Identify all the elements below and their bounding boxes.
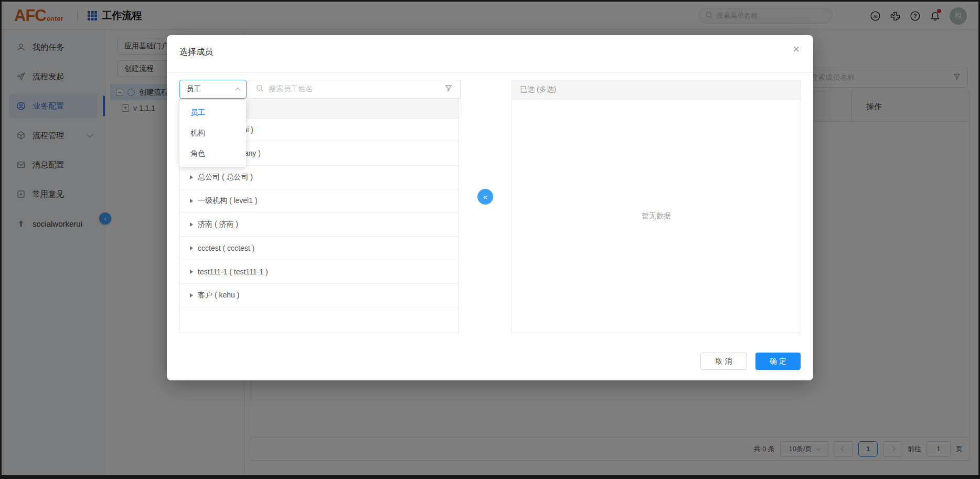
expand-triangle-icon[interactable] — [190, 175, 193, 179]
window-frame-edge — [0, 0, 2, 479]
search-icon — [255, 84, 264, 94]
selected-members-panel: 已选 (多选) 暂无数据 — [512, 80, 801, 333]
tree-row-label: 客户 ( kehu ) — [198, 291, 239, 300]
expand-triangle-icon[interactable] — [190, 293, 193, 297]
window-frame-edge — [0, 475, 980, 479]
dialog-title: 选择成员 — [179, 47, 213, 58]
tree-row-label: ccctest ( ccctest ) — [198, 244, 254, 252]
tree-row-label: test111-1 ( test111-1 ) — [198, 268, 268, 276]
employee-search-placeholder: 搜索员工姓名 — [269, 84, 440, 94]
tree-row-label: 一级机构 ( level1 ) — [198, 196, 258, 206]
dropdown-option-organization[interactable]: 机构 — [179, 123, 246, 143]
window-frame-edge — [0, 0, 980, 2]
double-chevron-left-icon: « — [483, 193, 487, 201]
member-type-select[interactable]: 员工 — [179, 80, 247, 99]
tree-row-label: 济南 ( 济南 ) — [198, 220, 238, 229]
selected-panel-header: 已选 (多选) — [512, 80, 801, 99]
expand-triangle-icon[interactable] — [190, 270, 193, 274]
tree-row[interactable]: 客户 ( kehu ) — [180, 284, 459, 307]
expand-triangle-icon[interactable] — [190, 222, 193, 227]
expand-triangle-icon[interactable] — [190, 246, 193, 250]
app-window: AFC enter 工作流程 搜索菜单名称 AI ? — [0, 0, 980, 479]
close-icon[interactable]: × — [793, 44, 800, 55]
tree-row-label: 总公司 ( 总公司 ) — [198, 173, 253, 182]
filter-funnel-icon[interactable] — [444, 84, 453, 94]
employee-search-input[interactable]: 搜索员工姓名 — [248, 80, 461, 99]
dropdown-option-role[interactable]: 角色 — [179, 143, 246, 164]
tree-row[interactable]: 总公司 ( 总公司 ) — [180, 166, 459, 189]
dropdown-option-employee[interactable]: 员工 — [179, 102, 246, 123]
chevron-up-icon — [236, 87, 241, 92]
tree-row[interactable]: ccctest ( ccctest ) — [180, 237, 459, 260]
tree-row[interactable]: 一级机构 ( level1 ) — [180, 189, 459, 213]
select-members-dialog: 选择成员 × 员工 搜索员工姓名 上海 ( shanghai ) 分公司 — [167, 35, 813, 380]
member-type-dropdown-menu: 员工 机构 角色 — [179, 100, 246, 167]
member-type-value: 员工 — [186, 84, 201, 94]
expand-triangle-icon[interactable] — [190, 199, 193, 203]
empty-state-text: 暂无数据 — [512, 99, 801, 333]
confirm-button[interactable]: 确 定 — [755, 353, 801, 370]
tree-row[interactable]: test111-1 ( test111-1 ) — [180, 260, 459, 284]
transfer-left-button[interactable]: « — [477, 189, 493, 205]
cancel-button[interactable]: 取 消 — [700, 353, 747, 370]
tree-row[interactable]: 济南 ( 济南 ) — [180, 213, 459, 237]
dialog-header-divider — [167, 72, 813, 73]
